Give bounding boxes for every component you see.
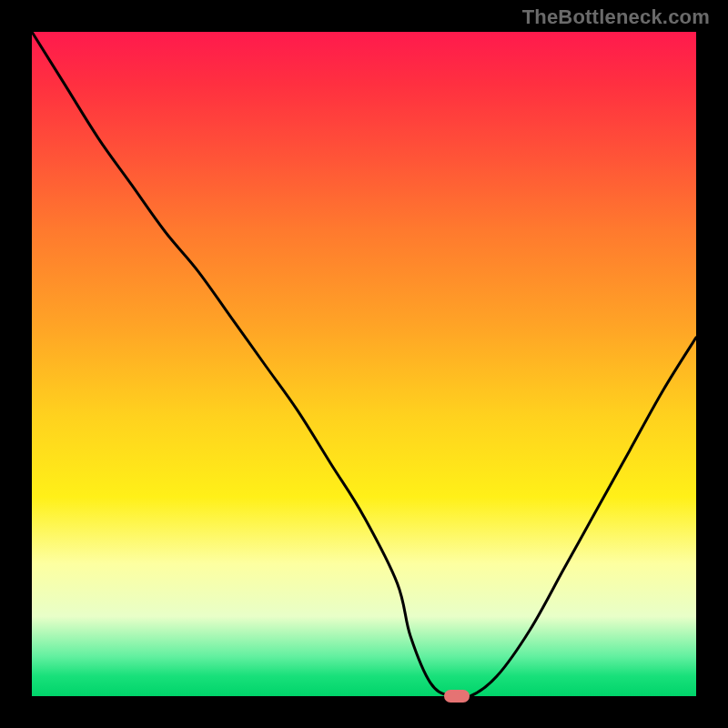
plot-area	[32, 32, 696, 696]
chart-frame: TheBottleneck.com	[0, 0, 728, 728]
bottleneck-curve	[32, 32, 696, 696]
optimal-marker	[444, 690, 470, 703]
watermark-text: TheBottleneck.com	[522, 5, 710, 29]
